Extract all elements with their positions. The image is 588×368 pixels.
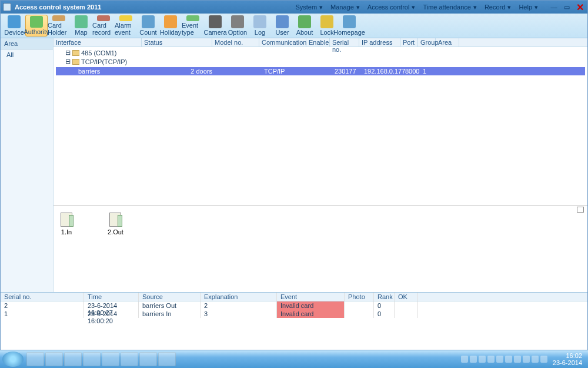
menu-time-attendance[interactable]: Time attendance▾ — [421, 2, 480, 12]
row-group: 1 — [420, 67, 438, 75]
app-window: Access control system 2011 System▾Manage… — [0, 0, 588, 350]
tool-device[interactable]: Device — [3, 15, 25, 37]
door-2-out[interactable]: 2.Out — [108, 213, 123, 285]
tool-alarm-event[interactable]: Alarm event — [115, 15, 137, 37]
clock-time: 16:02 — [553, 352, 582, 359]
row-comm: TCP/IP — [262, 67, 309, 75]
tree-node[interactable]: ⊟TCP/IP(TCP/IP) — [57, 57, 584, 66]
tool-user[interactable]: User — [271, 15, 293, 37]
sidebar: Area All — [1, 38, 54, 292]
minimize-button[interactable]: — — [549, 3, 559, 11]
door-icon — [61, 213, 72, 227]
folder-icon — [72, 59, 79, 65]
col-enable[interactable]: Enable — [306, 38, 330, 47]
tray-icon[interactable] — [487, 356, 495, 363]
tool-holiday[interactable]: Holiday — [159, 15, 182, 37]
taskbar-app-button[interactable] — [64, 352, 82, 366]
device-icon — [8, 15, 21, 28]
tool-count[interactable]: Count — [137, 15, 159, 37]
menu-manage[interactable]: Manage▾ — [329, 2, 363, 12]
event-row[interactable]: 123-6-2014 16:00:20barriers In3Invalid c… — [1, 310, 587, 318]
user-icon — [276, 15, 289, 28]
col-area[interactable]: Area — [436, 38, 459, 47]
tool-about[interactable]: About — [293, 15, 316, 37]
taskbar-app-button[interactable] — [45, 352, 63, 366]
row-serial: 230177 — [332, 67, 362, 75]
tray-icon[interactable] — [461, 356, 468, 363]
ecol-source[interactable]: Source — [139, 293, 201, 301]
clock[interactable]: 16:02 23-6-2014 — [553, 352, 582, 366]
tray-icon[interactable] — [532, 356, 539, 363]
ecol-photo[interactable]: Photo — [345, 293, 374, 301]
tray-icon[interactable] — [540, 356, 547, 363]
door-1-in[interactable]: 1.In — [61, 213, 72, 285]
tray-icon[interactable] — [496, 356, 503, 363]
col-group[interactable]: Group — [418, 38, 436, 47]
tray-icon[interactable] — [523, 356, 530, 363]
taskbar-app-button[interactable] — [102, 352, 119, 366]
camera-icon — [209, 15, 222, 28]
titlebar: Access control system 2011 System▾Manage… — [1, 1, 587, 14]
col-port[interactable]: Port — [400, 38, 418, 47]
ecol-time[interactable]: Time — [84, 293, 139, 301]
menubar: System▾Manage▾Access control▾Time attend… — [293, 2, 542, 12]
col-comm[interactable]: Communication — [259, 38, 306, 47]
alarm-event-icon — [119, 15, 132, 21]
selected-device-row[interactable]: barriers 2 doors TCP/IP 230177 192.168.0… — [56, 67, 585, 75]
taskbar: 16:02 23-6-2014 — [0, 350, 588, 368]
col-model[interactable]: Model no. — [212, 38, 259, 47]
menu-record[interactable]: Record▾ — [483, 2, 514, 12]
tool-event-type[interactable]: Event type — [182, 15, 204, 37]
close-button[interactable]: ✕ — [574, 3, 585, 11]
maximize-button[interactable]: ▭ — [562, 3, 572, 11]
tray-icon[interactable] — [505, 356, 512, 363]
taskbar-app-button[interactable] — [83, 352, 101, 366]
sidebar-header: Area — [1, 38, 53, 49]
taskbar-app-button[interactable] — [158, 352, 176, 366]
ecol-explanation[interactable]: Explanation — [201, 293, 277, 301]
ecol-event[interactable]: Event — [277, 293, 345, 301]
sidebar-node-all[interactable]: All — [1, 49, 53, 60]
menu-access-control[interactable]: Access control▾ — [366, 2, 419, 12]
start-button[interactable] — [2, 352, 24, 367]
interface-tree: ⊟485 (COM1)⊟TCP/IP(TCP/IP) — [54, 47, 587, 67]
ecol-ok[interactable]: OK — [395, 293, 418, 301]
taskbar-app-button[interactable] — [26, 352, 44, 366]
ecol-serial[interactable]: Serial no. — [1, 293, 84, 301]
card-holder-icon — [52, 15, 65, 21]
tray-icon[interactable] — [470, 356, 477, 363]
count-icon — [142, 15, 155, 28]
col-status[interactable]: Status — [142, 38, 212, 47]
tool-authority[interactable]: Authority — [25, 15, 48, 37]
event-type-icon — [186, 15, 199, 21]
panel-toggle-icon[interactable] — [577, 207, 584, 213]
tool-option[interactable]: Option — [226, 15, 249, 37]
card-record-icon — [97, 15, 110, 21]
tree-node[interactable]: ⊟485 (COM1) — [57, 48, 584, 57]
menu-system[interactable]: System▾ — [293, 2, 326, 12]
tray-icon[interactable] — [514, 356, 521, 363]
door-icon — [109, 213, 121, 227]
tool-map[interactable]: Map — [70, 15, 92, 37]
row-port: 8000 — [403, 67, 420, 75]
log-icon — [253, 15, 266, 28]
clock-date: 23-6-2014 — [553, 359, 582, 366]
col-serial[interactable]: Serial no. — [330, 38, 359, 47]
tool-log[interactable]: Log — [249, 15, 271, 37]
tool-card-holder[interactable]: Card Holder — [48, 15, 70, 37]
ecol-rank[interactable]: Rank — [374, 293, 395, 301]
taskbar-app-button[interactable] — [121, 352, 138, 366]
tool-homepage[interactable]: Homepage — [338, 15, 360, 37]
menu-help[interactable]: Help▾ — [517, 2, 542, 12]
app-icon — [3, 3, 11, 11]
tool-camera[interactable]: Camera — [204, 15, 226, 37]
tray-icon[interactable] — [479, 356, 486, 363]
event-row[interactable]: 223-6-2014 16:00:27barriers Out2Invalid … — [1, 301, 587, 310]
taskbar-app-button[interactable] — [139, 352, 157, 366]
tool-card-record[interactable]: Card record — [92, 15, 115, 37]
folder-icon — [72, 50, 79, 56]
col-interface[interactable]: Interface — [54, 38, 142, 47]
col-ip[interactable]: IP address — [359, 38, 400, 47]
row-status: 2 doors — [144, 67, 215, 75]
system-tray: 16:02 23-6-2014 — [461, 352, 586, 366]
